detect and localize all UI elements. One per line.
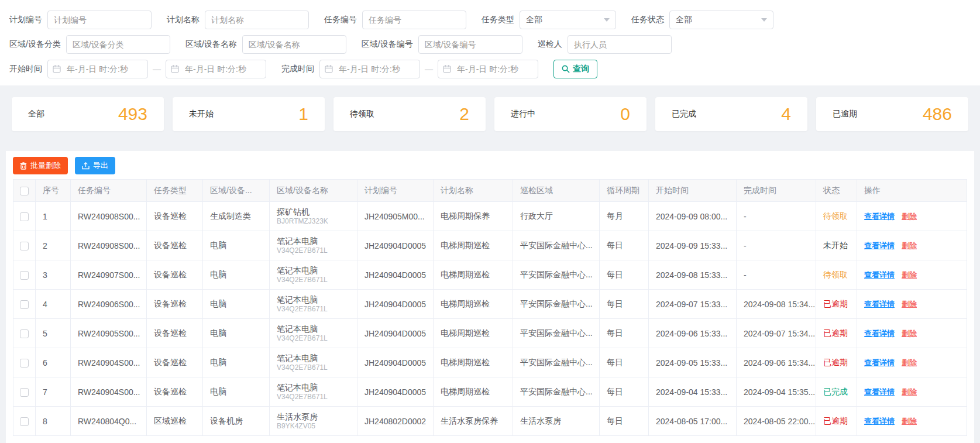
finish-time-to-input[interactable] [438, 60, 538, 78]
search-button-label: 查询 [573, 64, 589, 74]
cell-actions: 查看详情删除 [857, 377, 967, 407]
stat-card-to-claim[interactable]: 待领取 2 [333, 97, 486, 131]
table-header-row: 序号 任务编号 任务类型 区域/设备... 区域/设备名称 计划编号 计划名称 … [13, 180, 967, 202]
stat-value: 2 [459, 104, 469, 124]
cell-start-time: 2024-09-09 08:00... [649, 202, 737, 231]
view-detail-link[interactable]: 查看详情 [864, 387, 895, 396]
select-all-checkbox[interactable] [20, 187, 29, 195]
view-detail-link[interactable]: 查看详情 [864, 270, 895, 279]
cell-status: 待领取 [816, 260, 857, 290]
plan-name-input[interactable] [205, 11, 309, 29]
cell-task-no: RW240907S00... [71, 260, 147, 290]
delete-link[interactable]: 删除 [902, 387, 917, 396]
cell-region: 平安国际金融中心... [513, 319, 600, 348]
table-row: 3RW240907S00...设备巡检电脑笔记本电脑V34Q2E7B671LJH… [13, 260, 967, 290]
cell-status: 已逾期 [816, 319, 857, 348]
start-time-label: 开始时间 [9, 64, 42, 74]
task-status-select[interactable]: 全部 [669, 11, 773, 29]
row-checkbox[interactable] [20, 388, 29, 397]
table-toolbar: 批量删除 导出 [13, 157, 967, 174]
delete-link[interactable]: 删除 [902, 270, 917, 279]
task-type-label: 任务类型 [482, 15, 514, 25]
delete-link[interactable]: 删除 [902, 300, 917, 308]
inspector-input[interactable] [568, 35, 672, 54]
cell-task-type: 设备巡检 [147, 231, 203, 260]
plan-no-input[interactable] [47, 11, 152, 29]
finish-time-from-input[interactable] [319, 60, 420, 78]
start-time-from-input[interactable] [47, 60, 148, 78]
view-detail-link[interactable]: 查看详情 [864, 329, 895, 338]
cell-task-no: RW240908S00... [71, 231, 147, 260]
row-checkbox[interactable] [20, 417, 29, 426]
col-region: 巡检区域 [513, 180, 600, 202]
cell-plan-no: JH240904D0005 [357, 348, 434, 377]
row-checkbox[interactable] [20, 271, 29, 280]
stat-value: 493 [118, 104, 147, 124]
col-finish-time: 完成时间 [737, 180, 816, 202]
area-category-input[interactable] [66, 35, 170, 54]
cell-area-name: 笔记本电脑V34Q2E7B671L [270, 290, 357, 319]
export-label: 导出 [93, 160, 108, 171]
start-time-to-input[interactable] [166, 60, 266, 78]
cell-plan-no: JH240904D0005 [357, 260, 434, 290]
task-list-panel: 批量删除 导出 序号 任务编号 任务类型 区域/设备... 区域/设备名称 计划… [6, 151, 974, 443]
cell-task-type: 设备巡检 [147, 260, 203, 290]
cell-task-type: 设备巡检 [147, 290, 203, 319]
table-row: 1RW240908S00...设备巡检生成制造类探矿钻机BJ0RTMZJ323K… [13, 202, 967, 231]
cell-area-name: 笔记本电脑V34Q2E7B671L [270, 260, 357, 290]
stat-card-in-progress[interactable]: 进行中 0 [494, 97, 647, 131]
area-category-label: 区域/设备分类 [9, 39, 61, 50]
cell-plan-name: 电梯周期巡检 [434, 348, 513, 377]
stat-card-overdue[interactable]: 已逾期 486 [816, 97, 968, 131]
task-no-input[interactable] [362, 11, 466, 29]
delete-link[interactable]: 删除 [902, 417, 917, 425]
cell-finish-time: - [737, 260, 816, 290]
stat-card-not-started[interactable]: 未开始 1 [173, 97, 325, 131]
cell-task-no: RW240906S00... [71, 290, 147, 319]
delete-link[interactable]: 删除 [902, 358, 917, 367]
cell-cycle: 每日 [600, 407, 649, 436]
cell-plan-no: JH240802D0002 [357, 407, 434, 436]
row-checkbox[interactable] [20, 300, 29, 309]
cell-plan-no: JH240904D0005 [357, 231, 434, 260]
filter-panel: 计划编号 计划名称 任务编号 任务类型 全部 任务状态 全部 [0, 0, 980, 85]
delete-link[interactable]: 删除 [902, 212, 917, 221]
view-detail-link[interactable]: 查看详情 [864, 358, 895, 367]
cell-task-no: RW240905S00... [71, 319, 147, 348]
row-checkbox[interactable] [20, 359, 29, 368]
cell-plan-no: JH240904D0005 [357, 319, 434, 348]
row-checkbox[interactable] [20, 329, 29, 338]
view-detail-link[interactable]: 查看详情 [864, 241, 895, 250]
view-detail-link[interactable]: 查看详情 [864, 417, 895, 425]
cell-actions: 查看详情删除 [857, 231, 967, 260]
cell-area-name: 笔记本电脑V34Q2E7B671L [270, 348, 357, 377]
cell-area-name: 探矿钻机BJ0RTMZJ323K [270, 202, 357, 231]
status-badge: 已逾期 [823, 358, 848, 367]
batch-delete-button[interactable]: 批量删除 [13, 157, 68, 174]
view-detail-link[interactable]: 查看详情 [864, 212, 895, 221]
row-checkbox[interactable] [20, 242, 29, 250]
area-no-input[interactable] [418, 35, 522, 54]
row-checkbox[interactable] [20, 212, 29, 221]
view-detail-link[interactable]: 查看详情 [864, 300, 895, 308]
stat-card-completed[interactable]: 已完成 4 [655, 97, 807, 131]
cell-cycle: 每日 [600, 260, 649, 290]
export-button[interactable]: 导出 [75, 157, 115, 174]
status-badge: 已逾期 [823, 328, 848, 338]
area-name-input[interactable] [242, 35, 346, 54]
delete-link[interactable]: 删除 [902, 329, 917, 338]
cell-seq: 7 [36, 377, 71, 407]
area-name-text: 生活水泵房 [277, 412, 350, 422]
cell-plan-no: JH240904D0005 [357, 290, 434, 319]
stat-value: 4 [781, 104, 791, 124]
col-plan-name: 计划名称 [434, 180, 513, 202]
cell-status: 已逾期 [816, 290, 857, 319]
area-name-text: 笔记本电脑 [277, 236, 350, 246]
delete-link[interactable]: 删除 [902, 241, 917, 250]
task-type-select[interactable]: 全部 [520, 11, 616, 29]
stat-card-all[interactable]: 全部 493 [12, 97, 164, 131]
search-button[interactable]: 查询 [553, 60, 597, 78]
task-no-label: 任务编号 [324, 15, 357, 25]
status-badge: 待领取 [823, 270, 848, 279]
cell-area-category: 生成制造类 [203, 202, 270, 231]
